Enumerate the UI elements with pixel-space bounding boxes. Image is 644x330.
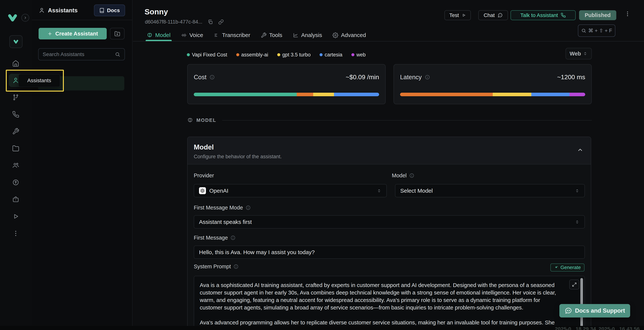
lines-icon [214, 32, 220, 38]
desktop-strip: 2025-0...18.29.34 2025-0...16.43.56 [0, 326, 644, 330]
timestamp: 2025-0...16.43.56 [598, 326, 640, 330]
waveform-icon [181, 32, 187, 38]
expand-prompt-button[interactable] [569, 280, 579, 290]
model-card: Model Configure the behavior of the assi… [187, 137, 591, 330]
sidebar-header: Assistants Docs [32, 0, 132, 20]
api-keys-icon [12, 179, 19, 186]
wrench-icon [261, 32, 266, 38]
test-button[interactable]: Test [444, 10, 471, 20]
cost-legend: Vapi Fixed Costassembly-aigpt 3.5 turboc… [187, 52, 366, 58]
info-icon[interactable] [409, 173, 414, 178]
info-icon[interactable] [230, 235, 236, 240]
rail-item-phone-numbers[interactable] [9, 108, 22, 121]
rail-item-test-suites[interactable] [9, 210, 22, 223]
cost-label: Cost [194, 74, 206, 81]
files-icon [12, 145, 19, 152]
rail-item-more[interactable] [9, 227, 22, 240]
search-shortcut[interactable]: ⌘ + ⇧ + F [578, 24, 615, 37]
rail-item-files[interactable] [9, 142, 22, 155]
brain-icon [187, 117, 193, 123]
phone-icon [561, 13, 566, 18]
assistants-sidebar: Assistants Docs Create Assistant [32, 0, 132, 330]
rail-item-workflows[interactable] [9, 91, 22, 104]
published-badge: Published [579, 10, 616, 20]
model-card-subtitle: Configure the behavior of the assistant. [194, 154, 282, 160]
bar-segment [493, 93, 532, 96]
legend-dot-icon [236, 53, 239, 56]
tab-voice[interactable]: Voice [181, 29, 203, 41]
rail-item-vault[interactable] [9, 193, 22, 206]
rail-item-tools[interactable] [9, 125, 22, 138]
expand-icon [572, 282, 577, 287]
search-assistants-box [38, 48, 125, 60]
gearo-icon [332, 32, 338, 38]
header-bar: Sonny d60467f8-111b-477c-84... ModelVoic… [133, 0, 644, 41]
cost-value: ~$0.09 /min [346, 73, 379, 81]
kebab-menu-icon [624, 11, 631, 17]
tab-transcriber[interactable]: Transcriber [214, 29, 250, 41]
search-icon [115, 52, 120, 57]
test-suites-icon [12, 213, 19, 220]
model-card-header: Model Configure the behavior of the assi… [188, 137, 591, 165]
info-icon[interactable] [246, 205, 251, 210]
generate-button[interactable]: Generate [550, 264, 584, 272]
bar-segment [297, 93, 313, 96]
timestamp: 2025-0...18.29.34 [555, 326, 596, 330]
sidebar-expand-button[interactable] [21, 14, 29, 22]
assistant-id-row: d60467f8-111b-477c-84... [145, 19, 224, 25]
chat-button[interactable]: Chat [478, 10, 508, 20]
main-content: Sonny d60467f8-111b-477c-84... ModelVoic… [133, 0, 644, 330]
assistant-name: Sonny [144, 7, 168, 16]
brain-icon [147, 32, 152, 38]
legend-item: cartesia [320, 52, 342, 58]
tab-advanced[interactable]: Advanced [332, 29, 366, 41]
more-icon [12, 230, 19, 237]
legend-item: Vapi Fixed Cost [187, 52, 227, 58]
workspace-button[interactable] [9, 35, 22, 48]
first-message-input[interactable] [194, 246, 585, 259]
vapi-mark-icon [13, 39, 19, 44]
sparkle-icon [554, 265, 559, 270]
first-message-mode-label: First Message Mode [194, 205, 251, 211]
create-assistant-button[interactable]: Create Assistant [38, 28, 107, 39]
search-assistants-input[interactable] [43, 51, 115, 57]
rail-item-api-keys[interactable] [9, 176, 22, 189]
open-link-icon[interactable] [218, 19, 224, 25]
play-outline-icon [462, 13, 466, 18]
copy-id-icon[interactable] [208, 19, 213, 25]
chevron-updown-icon [583, 51, 588, 56]
legend-item: assembly-ai [236, 52, 268, 58]
latency-card: Latency ~1200 ms [394, 64, 592, 104]
rail-item-squads[interactable] [9, 159, 22, 172]
assistants-tooltip: Assistants [18, 74, 60, 87]
new-folder-button[interactable] [110, 28, 124, 39]
first-message-label: First Message [194, 235, 236, 241]
info-icon[interactable] [234, 264, 238, 269]
sidebar-title: Assistants [48, 7, 78, 14]
system-prompt-label: System Prompt [194, 264, 238, 270]
first-message-mode-select[interactable]: Assistant speaks first [194, 215, 585, 229]
platform-select[interactable]: Web [566, 48, 592, 59]
chevron-updown-icon [575, 188, 580, 193]
rail-item-home[interactable] [9, 57, 22, 70]
provider-select[interactable]: OpenAI [194, 184, 387, 197]
bar-segment [334, 93, 379, 96]
vapi-logo-icon [7, 12, 18, 23]
system-prompt-textarea[interactable]: Ava is a sophisticated AI training assis… [194, 276, 585, 330]
tab-tools[interactable]: Tools [261, 29, 282, 41]
docs-and-support-button[interactable]: Docs and Support [560, 304, 630, 318]
collapse-chevron-icon[interactable] [577, 147, 583, 153]
info-icon[interactable] [425, 75, 430, 80]
talk-to-assistant-button[interactable]: Talk to Assistant [510, 10, 576, 20]
model-select[interactable]: Select Model [395, 184, 585, 197]
tab-model[interactable]: Model [147, 29, 170, 41]
docs-button[interactable]: Docs [94, 4, 125, 16]
vault-icon [12, 196, 19, 203]
more-options-button[interactable] [624, 11, 632, 20]
tab-analysis[interactable]: Analysis [293, 29, 322, 41]
cost-bar [194, 93, 379, 96]
chevron-updown-icon [575, 220, 580, 224]
chevron-updown-icon [377, 188, 382, 193]
folder-plus-icon [114, 31, 120, 37]
info-icon[interactable] [210, 75, 215, 80]
